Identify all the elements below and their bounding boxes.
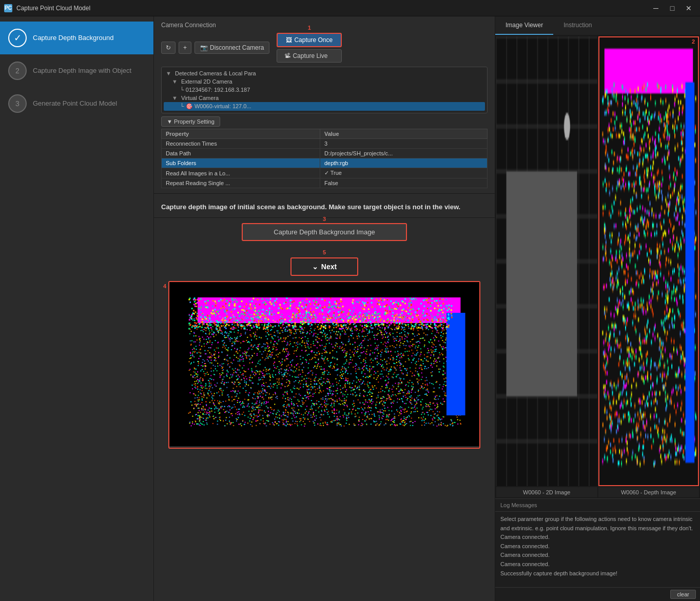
log-message: Camera connected.: [500, 551, 695, 560]
app-title: Capture Point Cloud Model: [16, 5, 90, 12]
clear-log-button[interactable]: clear: [670, 590, 696, 599]
maximize-button[interactable]: □: [665, 3, 679, 13]
property-table: Property Value Reconnection Times3Data P…: [161, 129, 488, 188]
log-message: Successfully capture depth background im…: [500, 569, 695, 578]
log-message: Camera connected.: [500, 533, 695, 542]
add-camera-button[interactable]: +: [179, 42, 191, 54]
main-content: Camera Connection ↻ + 📷 Disconnect Camer…: [154, 16, 495, 601]
log-message: Camera connected.: [500, 542, 695, 551]
image-label-depth: W0060 - Depth Image: [598, 487, 699, 497]
instructions-area: Capture depth image of initial scene as …: [154, 194, 495, 218]
sidebar-item-capture-depth-bg[interactable]: ✓ Capture Depth Background: [0, 22, 153, 54]
step2-icon: 2: [8, 62, 27, 80]
tab-instruction[interactable]: Instruction: [553, 16, 602, 35]
step5-number: 5: [290, 249, 358, 255]
depth-canvas: [169, 282, 479, 446]
app-body: ✓ Capture Depth Background 2 Capture Dep…: [0, 16, 700, 601]
capture-depth-bg-button[interactable]: Capture Depth Background Image: [242, 223, 406, 241]
title-bar: PC Capture Point Cloud Model ─ □ ✕: [0, 0, 700, 16]
window-controls: ─ □ ✕: [649, 3, 696, 13]
capture-once-button[interactable]: 🖼 Capture Once: [277, 33, 342, 47]
tab-image-viewer[interactable]: Image Viewer: [495, 16, 553, 35]
sidebar-item-generate-cloud[interactable]: 3 Generate Point Cloud Model: [0, 87, 153, 120]
camera-toolbar: ↻ + 📷 Disconnect Camera 1 🖼: [161, 33, 488, 63]
table-row[interactable]: Read All Images in a Lo...✓ True: [162, 168, 488, 178]
tree-item-detected[interactable]: ▼ Detected Cameras & Local Para: [164, 69, 485, 77]
close-button[interactable]: ✕: [682, 3, 696, 13]
camera-tree: ▼ Detected Cameras & Local Para ▼ Extern…: [161, 67, 488, 113]
log-section: Log Messages Select parameter group if t…: [495, 498, 700, 601]
prop-header-property: Property: [162, 129, 320, 139]
step4-number: 4: [163, 283, 166, 289]
depth-image-preview: [168, 281, 480, 449]
log-footer: clear: [495, 587, 700, 601]
next-button[interactable]: ⌄ Next: [290, 257, 358, 276]
property-header: ▼ Property Setting: [161, 116, 488, 127]
camera-section-title: Camera Connection: [161, 22, 488, 29]
step3-icon: 3: [8, 94, 27, 113]
step2-red-number: 2: [692, 38, 695, 45]
step2-label: Capture Depth Image with Object: [33, 66, 131, 75]
image-cell-top-right: 2: [598, 36, 699, 486]
step1-icon: ✓: [8, 29, 27, 47]
image-2d-top: [496, 36, 597, 486]
image-label-2d: W0060 - 2D Image: [496, 487, 597, 497]
capture-live-button[interactable]: 📽 Capture Live: [277, 49, 342, 63]
image-depth-top: [599, 37, 698, 485]
table-row[interactable]: Data PathD:/projects/SH_projects/c...: [162, 149, 488, 158]
log-body: Select parameter group if the following …: [495, 512, 700, 587]
refresh-camera-button[interactable]: ↻: [161, 42, 176, 54]
image-viewer-area: 2 W0060 - 2D Image W0060 - Depth Image: [495, 35, 700, 498]
log-title: Log Messages: [495, 499, 700, 512]
capture-buttons: 🖼 Capture Once 📽 Capture Live: [277, 33, 342, 63]
step3-label: Generate Point Cloud Model: [33, 99, 117, 108]
table-row[interactable]: Sub Foldersdepth:rgb: [162, 158, 488, 168]
log-message: Select parameter group if the following …: [500, 515, 695, 533]
capture-action-area: 3 Capture Depth Background Image 5 ⌄ Nex…: [154, 218, 495, 281]
tree-item-ip-camera[interactable]: └ 01234567: 192.168.3.187: [164, 86, 485, 94]
log-message: Camera connected.: [500, 560, 695, 569]
sidebar-item-capture-depth-object[interactable]: 2 Capture Depth Image with Object: [0, 54, 153, 87]
app-icon: PC: [4, 4, 12, 12]
property-setting-button[interactable]: ▼ Property Setting: [161, 116, 220, 127]
panel-tabs: Image Viewer Instruction: [495, 16, 700, 35]
tree-item-w0060[interactable]: └ 🎯 W0060-virtual: 127.0...: [164, 102, 485, 111]
table-row[interactable]: Reconnection Times3: [162, 139, 488, 149]
minimize-button[interactable]: ─: [649, 3, 663, 13]
step3-number: 3: [323, 216, 326, 222]
middle-scroll: Camera Connection ↻ + 📷 Disconnect Camer…: [154, 16, 495, 601]
disconnect-camera-button[interactable]: 📷 Disconnect Camera: [195, 42, 269, 54]
tree-item-ext-camera[interactable]: ▼ External 2D Camera: [164, 77, 485, 86]
image-cell-top-left: [496, 36, 597, 486]
right-panel: Image Viewer Instruction 2 W0060 - 2D Im…: [495, 16, 700, 601]
prop-header-value: Value: [320, 129, 487, 139]
step1-number: 1: [308, 25, 311, 31]
step1-label: Capture Depth Background: [33, 33, 114, 43]
tree-item-virtual-camera[interactable]: ▼ Virtual Camera: [164, 94, 485, 102]
table-row[interactable]: Repeat Reading Single ...False: [162, 178, 488, 188]
instructions-text: Capture depth image of initial scene as …: [161, 202, 488, 212]
sidebar: ✓ Capture Depth Background 2 Capture Dep…: [0, 16, 154, 601]
camera-section: Camera Connection ↻ + 📷 Disconnect Camer…: [154, 16, 495, 194]
